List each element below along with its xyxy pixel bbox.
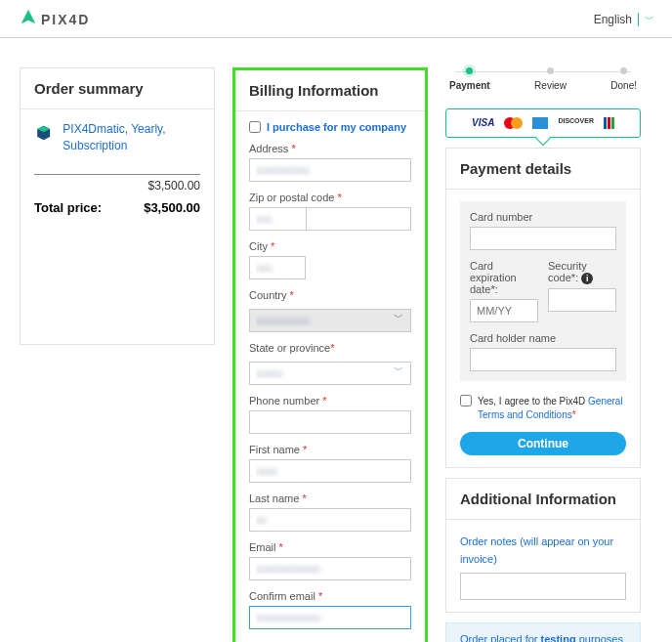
firstname-label: First name <box>249 444 300 455</box>
order-notes-label: Order notes (will appear on your invoice… <box>460 535 613 565</box>
city-input[interactable] <box>249 256 306 279</box>
step-payment: Payment <box>449 67 490 91</box>
state-select[interactable] <box>249 362 411 385</box>
order-notes-input[interactable] <box>460 573 626 600</box>
country-label: Country <box>249 289 287 301</box>
product-icon <box>34 121 53 145</box>
address-label: Address <box>249 143 288 154</box>
terms-checkbox[interactable] <box>460 395 472 407</box>
address-input[interactable] <box>249 158 411 182</box>
order-item-name: PIX4Dmatic, Yearly, Subscription <box>63 121 200 154</box>
billing-highlight-box: Billing Information I purchase for my co… <box>232 67 428 642</box>
step-dot-icon <box>547 67 554 74</box>
discover-icon: DISCOVER <box>558 117 594 129</box>
amex-icon <box>532 117 548 129</box>
zip-input[interactable] <box>249 207 306 231</box>
exp-label: Card expiration date*: <box>470 260 538 295</box>
confirm-email-input[interactable] <box>249 606 411 629</box>
card-cvc-input[interactable] <box>548 288 616 312</box>
additional-info-card: Additional Information Order notes (will… <box>445 478 641 613</box>
checkout-progress: Payment Review Done! <box>445 67 641 91</box>
logo-mark-icon <box>18 8 39 31</box>
order-summary-title: Order summary <box>21 68 214 109</box>
continue-button[interactable]: Continue <box>460 432 626 455</box>
total-label: Total price: <box>34 200 102 215</box>
step-dot-icon <box>620 67 627 74</box>
card-number-input[interactable] <box>470 227 616 250</box>
firstname-input[interactable] <box>249 459 411 483</box>
city-label: City <box>249 240 268 252</box>
billing-card: Billing Information I purchase for my co… <box>235 70 425 642</box>
chevron-down-icon: ﹀ <box>645 13 654 26</box>
additional-title: Additional Information <box>446 479 640 520</box>
zip-label: Zip or postal code <box>249 192 334 203</box>
logo: PIX4D <box>18 8 90 31</box>
step-done: Done! <box>610 67 637 91</box>
email-label: Email <box>249 541 276 553</box>
state-label: State or province <box>249 342 330 354</box>
zip-input-2[interactable] <box>306 207 411 231</box>
language-selector[interactable]: English ﹀ <box>594 13 654 26</box>
card-number-label: Card number <box>470 211 616 223</box>
testing-banner: Order placed for testing purposes <box>445 622 641 642</box>
total-value: $3,500.00 <box>144 200 200 215</box>
country-select[interactable] <box>249 309 411 332</box>
jcb-icon <box>604 117 614 129</box>
language-label: English <box>594 13 632 26</box>
header-bar: PIX4D English ﹀ <box>0 0 672 38</box>
lastname-input[interactable] <box>249 508 411 532</box>
info-icon[interactable]: i <box>581 273 593 284</box>
step-review: Review <box>534 67 567 91</box>
step-dot-icon <box>466 67 473 74</box>
email-input[interactable] <box>249 557 411 580</box>
confirm-email-label: Confirm email <box>249 590 315 602</box>
company-purchase-label: I purchase for my company <box>267 121 406 133</box>
order-summary-card: Order summary PIX4Dmatic, Yearly, Subscr… <box>20 67 215 345</box>
payment-details-title: Payment details <box>446 149 640 190</box>
brand-text: PIX4D <box>41 12 90 27</box>
lastname-label: Last name <box>249 492 299 504</box>
payment-details-card: Payment details Card number Card expirat… <box>445 148 641 468</box>
card-holder-input[interactable] <box>470 348 616 371</box>
billing-title: Billing Information <box>235 70 425 111</box>
card-exp-input[interactable] <box>470 299 538 322</box>
mastercard-icon <box>504 117 523 129</box>
phone-input[interactable] <box>249 410 411 434</box>
visa-icon: VISA <box>472 117 494 129</box>
order-item: PIX4Dmatic, Yearly, Subscription <box>34 121 200 154</box>
terms-text: Yes, I agree to the Pix4D General Terms … <box>478 395 626 422</box>
payment-methods-box: VISA DISCOVER <box>445 108 641 138</box>
holder-label: Card holder name <box>470 332 616 344</box>
phone-label: Phone number <box>249 395 319 407</box>
company-purchase-checkbox[interactable] <box>249 121 261 133</box>
separator <box>638 13 639 26</box>
item-price: $3,500.00 <box>34 174 200 193</box>
